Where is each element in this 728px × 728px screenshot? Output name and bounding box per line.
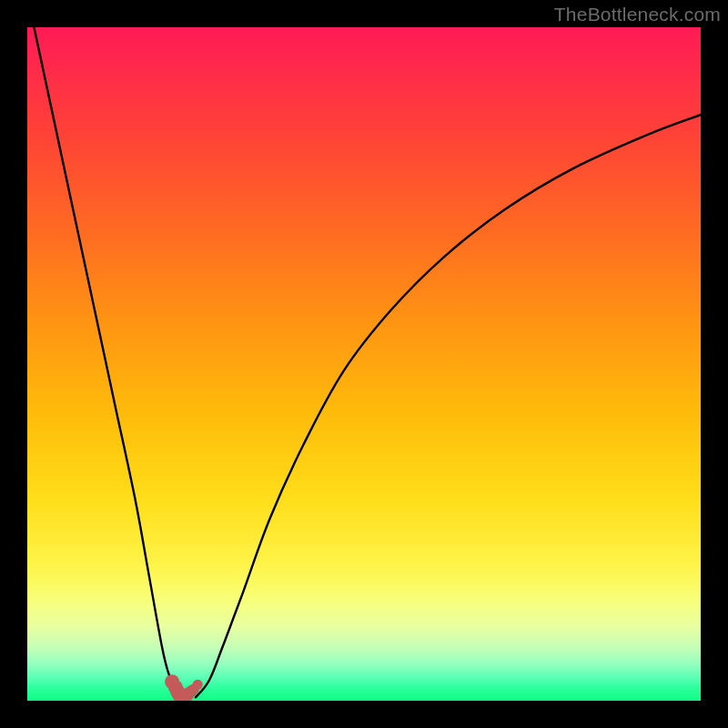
valley-marker xyxy=(193,680,203,690)
watermark-text: TheBottleneck.com xyxy=(554,4,721,25)
curve-left xyxy=(34,27,182,697)
chart-frame: TheBottleneck.com xyxy=(0,0,728,728)
curve-layer xyxy=(27,27,701,701)
plot-area xyxy=(27,27,701,701)
curve-right xyxy=(196,115,701,697)
